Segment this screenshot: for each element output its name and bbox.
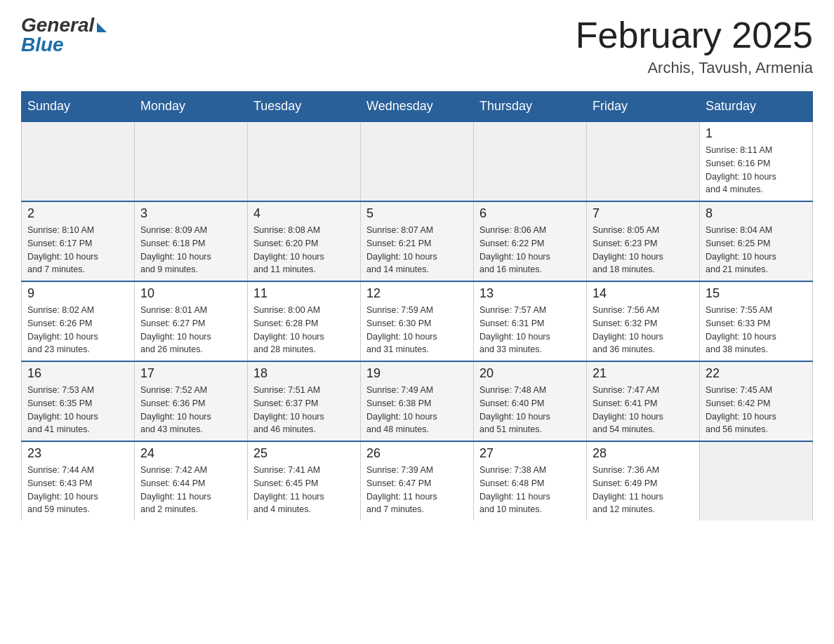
day-number: 14 bbox=[593, 286, 694, 301]
day-info: Sunrise: 8:08 AM Sunset: 6:20 PM Dayligh… bbox=[253, 224, 355, 276]
page-header: General Blue February 2025 Archis, Tavus… bbox=[21, 14, 813, 77]
calendar-week-row: 16Sunrise: 7:53 AM Sunset: 6:35 PM Dayli… bbox=[22, 361, 813, 441]
day-number: 21 bbox=[593, 366, 694, 381]
calendar-cell bbox=[587, 121, 700, 201]
day-number: 27 bbox=[479, 446, 581, 461]
day-info: Sunrise: 8:11 AM Sunset: 6:16 PM Dayligh… bbox=[706, 144, 807, 196]
calendar-cell: 15Sunrise: 7:55 AM Sunset: 6:33 PM Dayli… bbox=[700, 281, 813, 361]
calendar-cell bbox=[361, 121, 474, 201]
calendar-cell: 24Sunrise: 7:42 AM Sunset: 6:44 PM Dayli… bbox=[135, 441, 248, 521]
day-number: 6 bbox=[479, 206, 581, 221]
day-number: 2 bbox=[27, 206, 128, 221]
day-info: Sunrise: 7:47 AM Sunset: 6:41 PM Dayligh… bbox=[593, 384, 694, 436]
calendar-week-row: 23Sunrise: 7:44 AM Sunset: 6:43 PM Dayli… bbox=[22, 441, 813, 521]
calendar-cell: 17Sunrise: 7:52 AM Sunset: 6:36 PM Dayli… bbox=[135, 361, 248, 441]
day-info: Sunrise: 8:07 AM Sunset: 6:21 PM Dayligh… bbox=[366, 224, 468, 276]
day-info: Sunrise: 7:42 AM Sunset: 6:44 PM Dayligh… bbox=[140, 464, 241, 516]
day-info: Sunrise: 7:57 AM Sunset: 6:31 PM Dayligh… bbox=[479, 304, 581, 356]
day-number: 17 bbox=[140, 366, 241, 381]
calendar-cell: 18Sunrise: 7:51 AM Sunset: 6:37 PM Dayli… bbox=[248, 361, 361, 441]
calendar-cell bbox=[474, 121, 587, 201]
calendar-cell: 23Sunrise: 7:44 AM Sunset: 6:43 PM Dayli… bbox=[22, 441, 135, 521]
weekday-header-thursday: Thursday bbox=[474, 92, 587, 122]
day-number: 28 bbox=[593, 446, 694, 461]
day-number: 19 bbox=[366, 366, 468, 381]
day-info: Sunrise: 7:55 AM Sunset: 6:33 PM Dayligh… bbox=[706, 304, 807, 356]
day-info: Sunrise: 7:36 AM Sunset: 6:49 PM Dayligh… bbox=[593, 464, 694, 516]
weekday-header-sunday: Sunday bbox=[22, 92, 135, 122]
calendar-week-row: 9Sunrise: 8:02 AM Sunset: 6:26 PM Daylig… bbox=[22, 281, 813, 361]
calendar-cell: 6Sunrise: 8:06 AM Sunset: 6:22 PM Daylig… bbox=[474, 201, 587, 281]
day-info: Sunrise: 7:51 AM Sunset: 6:37 PM Dayligh… bbox=[253, 384, 355, 436]
day-number: 18 bbox=[253, 366, 355, 381]
day-number: 7 bbox=[593, 206, 694, 221]
weekday-header-monday: Monday bbox=[135, 92, 248, 122]
day-info: Sunrise: 7:49 AM Sunset: 6:38 PM Dayligh… bbox=[366, 384, 468, 436]
day-number: 11 bbox=[253, 286, 355, 301]
calendar-cell: 7Sunrise: 8:05 AM Sunset: 6:23 PM Daylig… bbox=[587, 201, 700, 281]
day-number: 22 bbox=[706, 366, 807, 381]
title-block: February 2025 Archis, Tavush, Armenia bbox=[576, 14, 813, 77]
day-number: 10 bbox=[140, 286, 241, 301]
day-info: Sunrise: 8:10 AM Sunset: 6:17 PM Dayligh… bbox=[27, 224, 128, 276]
weekday-header-saturday: Saturday bbox=[700, 92, 813, 122]
weekday-header-row: SundayMondayTuesdayWednesdayThursdayFrid… bbox=[22, 92, 813, 122]
day-info: Sunrise: 7:53 AM Sunset: 6:35 PM Dayligh… bbox=[27, 384, 128, 436]
calendar-cell bbox=[248, 121, 361, 201]
calendar-cell: 8Sunrise: 8:04 AM Sunset: 6:25 PM Daylig… bbox=[700, 201, 813, 281]
day-info: Sunrise: 8:06 AM Sunset: 6:22 PM Dayligh… bbox=[479, 224, 581, 276]
calendar-cell: 22Sunrise: 7:45 AM Sunset: 6:42 PM Dayli… bbox=[700, 361, 813, 441]
day-info: Sunrise: 7:44 AM Sunset: 6:43 PM Dayligh… bbox=[27, 464, 128, 516]
weekday-header-tuesday: Tuesday bbox=[248, 92, 361, 122]
day-number: 3 bbox=[140, 206, 241, 221]
calendar-cell: 5Sunrise: 8:07 AM Sunset: 6:21 PM Daylig… bbox=[361, 201, 474, 281]
calendar-cell bbox=[22, 121, 135, 201]
location-text: Archis, Tavush, Armenia bbox=[576, 59, 813, 77]
day-info: Sunrise: 8:00 AM Sunset: 6:28 PM Dayligh… bbox=[253, 304, 355, 356]
day-number: 9 bbox=[27, 286, 128, 301]
calendar-cell: 25Sunrise: 7:41 AM Sunset: 6:45 PM Dayli… bbox=[248, 441, 361, 521]
day-info: Sunrise: 8:01 AM Sunset: 6:27 PM Dayligh… bbox=[140, 304, 241, 356]
day-number: 1 bbox=[706, 126, 807, 141]
calendar-cell bbox=[700, 441, 813, 521]
day-number: 13 bbox=[479, 286, 581, 301]
calendar-cell: 20Sunrise: 7:48 AM Sunset: 6:40 PM Dayli… bbox=[474, 361, 587, 441]
day-info: Sunrise: 8:04 AM Sunset: 6:25 PM Dayligh… bbox=[706, 224, 807, 276]
calendar-table: SundayMondayTuesdayWednesdayThursdayFrid… bbox=[21, 91, 813, 521]
calendar-cell: 28Sunrise: 7:36 AM Sunset: 6:49 PM Dayli… bbox=[587, 441, 700, 521]
day-info: Sunrise: 8:09 AM Sunset: 6:18 PM Dayligh… bbox=[140, 224, 241, 276]
calendar-cell: 21Sunrise: 7:47 AM Sunset: 6:41 PM Dayli… bbox=[587, 361, 700, 441]
calendar-cell: 16Sunrise: 7:53 AM Sunset: 6:35 PM Dayli… bbox=[22, 361, 135, 441]
day-number: 24 bbox=[140, 446, 241, 461]
calendar-cell: 26Sunrise: 7:39 AM Sunset: 6:47 PM Dayli… bbox=[361, 441, 474, 521]
calendar-cell: 27Sunrise: 7:38 AM Sunset: 6:48 PM Dayli… bbox=[474, 441, 587, 521]
weekday-header-friday: Friday bbox=[587, 92, 700, 122]
calendar-cell: 12Sunrise: 7:59 AM Sunset: 6:30 PM Dayli… bbox=[361, 281, 474, 361]
weekday-header-wednesday: Wednesday bbox=[361, 92, 474, 122]
month-title: February 2025 bbox=[576, 14, 813, 56]
calendar-cell: 3Sunrise: 8:09 AM Sunset: 6:18 PM Daylig… bbox=[135, 201, 248, 281]
day-info: Sunrise: 7:45 AM Sunset: 6:42 PM Dayligh… bbox=[706, 384, 807, 436]
day-info: Sunrise: 7:41 AM Sunset: 6:45 PM Dayligh… bbox=[253, 464, 355, 516]
calendar-week-row: 2Sunrise: 8:10 AM Sunset: 6:17 PM Daylig… bbox=[22, 201, 813, 281]
day-number: 8 bbox=[706, 206, 807, 221]
calendar-cell: 9Sunrise: 8:02 AM Sunset: 6:26 PM Daylig… bbox=[22, 281, 135, 361]
day-number: 15 bbox=[706, 286, 807, 301]
day-number: 4 bbox=[253, 206, 355, 221]
calendar-week-row: 1Sunrise: 8:11 AM Sunset: 6:16 PM Daylig… bbox=[22, 121, 813, 201]
logo-arrow-icon bbox=[97, 22, 107, 32]
day-info: Sunrise: 7:56 AM Sunset: 6:32 PM Dayligh… bbox=[593, 304, 694, 356]
calendar-cell: 10Sunrise: 8:01 AM Sunset: 6:27 PM Dayli… bbox=[135, 281, 248, 361]
day-info: Sunrise: 7:48 AM Sunset: 6:40 PM Dayligh… bbox=[479, 384, 581, 436]
day-number: 20 bbox=[479, 366, 581, 381]
day-info: Sunrise: 7:52 AM Sunset: 6:36 PM Dayligh… bbox=[140, 384, 241, 436]
calendar-cell: 19Sunrise: 7:49 AM Sunset: 6:38 PM Dayli… bbox=[361, 361, 474, 441]
calendar-cell: 14Sunrise: 7:56 AM Sunset: 6:32 PM Dayli… bbox=[587, 281, 700, 361]
calendar-cell: 11Sunrise: 8:00 AM Sunset: 6:28 PM Dayli… bbox=[248, 281, 361, 361]
calendar-cell bbox=[135, 121, 248, 201]
calendar-cell: 4Sunrise: 8:08 AM Sunset: 6:20 PM Daylig… bbox=[248, 201, 361, 281]
day-info: Sunrise: 7:59 AM Sunset: 6:30 PM Dayligh… bbox=[366, 304, 468, 356]
day-info: Sunrise: 8:02 AM Sunset: 6:26 PM Dayligh… bbox=[27, 304, 128, 356]
day-number: 12 bbox=[366, 286, 468, 301]
day-number: 26 bbox=[366, 446, 468, 461]
